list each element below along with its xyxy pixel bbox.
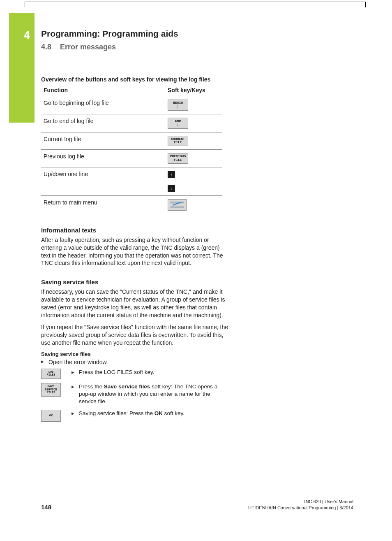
softkey-log-files: LOGFILES (41, 369, 61, 379)
th-function: Function (41, 85, 165, 96)
t: LOG FILES soft key. (104, 369, 154, 375)
t: Saving service files: Press the (79, 410, 154, 416)
key-arrow-down: ↓ (168, 185, 175, 192)
step-key: OK (41, 410, 62, 422)
t: Press the (79, 369, 104, 375)
cell-function: Go to beginning of log file (41, 96, 165, 114)
heading-saving: Saving service files (41, 279, 353, 286)
t: Save service files (104, 383, 150, 390)
step-list-open: Open the error window. (41, 359, 353, 365)
footer-line-1: TNC 620 | User's Manual (248, 499, 353, 504)
section-name: Error messages (60, 43, 116, 51)
chapter-number: 4 (24, 29, 30, 42)
cell-key (165, 195, 222, 215)
crop-mark-left (25, 2, 25, 7)
para-saving-2: If you repeat the "Save service files" f… (41, 323, 230, 347)
cell-key: BEGIN ↑ (165, 96, 222, 114)
section-number: 4.8 (41, 43, 60, 51)
cell-key: PREVIOUSFILE (165, 150, 222, 167)
softkey-current-file: CURRENTFILE (168, 136, 188, 146)
step-open-error: Open the error window. (41, 359, 353, 365)
t: soft key. (163, 410, 184, 416)
crop-mark-right (365, 2, 366, 7)
softkey-table: Function Soft key/Keys Go to beginning o… (41, 85, 222, 215)
arrow-down-icon: ↓ (170, 123, 186, 127)
softkey-begin: BEGIN ↑ (168, 100, 188, 111)
footer-line-2: HEIDENHAIN Conversational Programming | … (248, 505, 353, 511)
step-item: Press the LOG FILES soft key. (71, 369, 228, 376)
table-row: Go to beginning of log file BEGIN ↑ (41, 96, 222, 114)
step-item: Press the Save service files soft key: T… (71, 383, 228, 406)
table-row: Up/down one line ↑ ↓ (41, 167, 222, 195)
cell-function: Current log file (41, 132, 165, 150)
t: Press the (79, 383, 104, 390)
return-icon (170, 202, 184, 208)
page-number: 148 (41, 504, 51, 511)
page-footer: 148 TNC 620 | User's Manual HEIDENHAIN C… (41, 499, 353, 511)
para-saving-1: If necessary, you can save the "Current … (41, 288, 230, 319)
step-row: LOGFILES Press the LOG FILES soft key. (41, 369, 353, 379)
cell-function: Go to end of log file (41, 114, 165, 132)
softkey-end: END ↓ (168, 118, 188, 129)
cell-key: CURRENTFILE (165, 132, 222, 150)
para-informational: After a faulty operation, such as pressi… (41, 236, 230, 267)
section-title: 4.8Error messages (41, 43, 353, 51)
crop-mark-top (25, 2, 366, 2)
page-content: Programming: Programming aids 4.8Error m… (41, 29, 353, 426)
softkey-return (168, 199, 187, 211)
svg-rect-1 (171, 207, 184, 208)
t: OK (154, 410, 163, 416)
step-key: LOGFILES (41, 369, 62, 379)
footer-text: TNC 620 | User's Manual HEIDENHAIN Conve… (248, 499, 353, 511)
table-row: Previous log file PREVIOUSFILE (41, 150, 222, 167)
softkey-previous-file: PREVIOUSFILE (168, 153, 188, 164)
key-arrow-up: ↑ (168, 171, 175, 178)
table-row: Go to end of log file END ↓ (41, 114, 222, 132)
cell-function: Up/down one line (41, 167, 165, 195)
chapter-title: Programming: Programming aids (41, 29, 353, 39)
step-text: Press the Save service files soft key: T… (71, 383, 228, 406)
step-text: Saving service files: Press the OK soft … (71, 410, 228, 417)
heading-informational: Informational texts (41, 227, 353, 234)
th-softkey: Soft key/Keys (165, 85, 222, 96)
subheading-saving: Saving service files (41, 351, 353, 357)
arrow-up-icon: ↑ (170, 105, 186, 109)
table-row: Current log file CURRENTFILE (41, 132, 222, 150)
cell-function: Previous log file (41, 150, 165, 167)
cell-function: Return to main menu (41, 195, 165, 215)
chapter-tab (9, 13, 35, 123)
step-row: SAVESERVICEFILES Press the Save service … (41, 383, 353, 406)
table-row: Return to main menu (41, 195, 222, 215)
softkey-save-service-files: SAVESERVICEFILES (41, 383, 61, 397)
cell-key: ↑ ↓ (165, 167, 222, 195)
cell-key: END ↓ (165, 114, 222, 132)
softkey-ok: OK (41, 410, 61, 422)
step-row: OK Saving service files: Press the OK so… (41, 410, 353, 422)
step-key: SAVESERVICEFILES (41, 383, 62, 397)
step-item: Saving service files: Press the OK soft … (71, 410, 228, 417)
table-caption: Overview of the buttons and soft keys fo… (41, 76, 353, 83)
step-text: Press the LOG FILES soft key. (71, 369, 228, 376)
